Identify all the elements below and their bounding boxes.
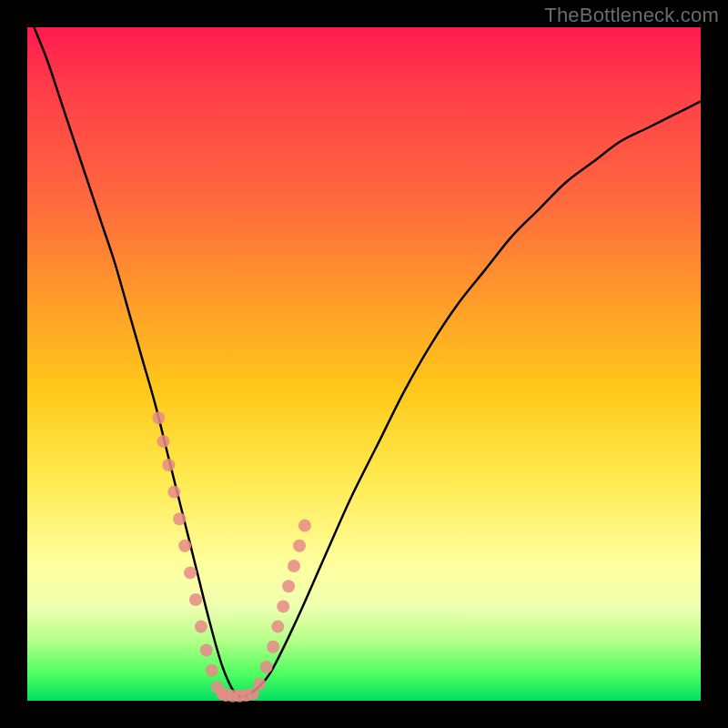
- chart-frame: TheBottleneck.com: [0, 0, 728, 728]
- marker-dot: [267, 641, 279, 653]
- marker-dot: [195, 621, 207, 633]
- marker-dot: [162, 459, 175, 471]
- marker-dot: [298, 520, 311, 532]
- marker-dot: [293, 540, 306, 552]
- marker-dot: [189, 593, 202, 606]
- marker-dot: [152, 411, 165, 424]
- marker-dot: [277, 600, 289, 612]
- marker-dot: [206, 664, 218, 677]
- bottleneck-curve: [34, 27, 701, 697]
- chart-plot-area: [27, 27, 701, 701]
- watermark-text: TheBottleneck.com: [544, 4, 719, 27]
- marker-dot: [271, 621, 284, 633]
- marker-dot: [288, 560, 300, 572]
- marker-dot: [184, 566, 197, 579]
- marker-dot: [157, 435, 170, 448]
- marker-group: [152, 411, 311, 703]
- marker-dot: [167, 486, 180, 499]
- marker-dot: [200, 644, 213, 657]
- marker-dot: [260, 661, 273, 673]
- marker-dot: [173, 512, 186, 525]
- marker-dot: [282, 580, 295, 592]
- marker-dot: [253, 678, 266, 691]
- chart-svg: [27, 27, 701, 701]
- marker-dot: [178, 540, 191, 552]
